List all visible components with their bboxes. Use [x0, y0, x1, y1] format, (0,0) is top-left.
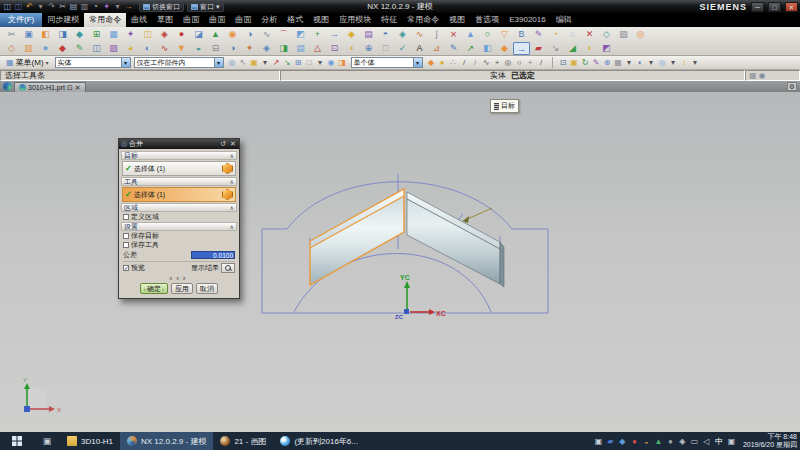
ribbon-tab-特征[interactable]: 特征: [376, 13, 402, 27]
tool-icon[interactable]: ▣: [249, 57, 260, 68]
ribbon-tab-视图[interactable]: 视图: [308, 13, 334, 27]
tool-icon[interactable]: /: [459, 57, 470, 68]
tool-icon[interactable]: ▣: [20, 28, 37, 41]
tool-icon[interactable]: ◩: [598, 42, 615, 55]
sketch-wireframe[interactable]: [262, 174, 548, 313]
tool-icon[interactable]: ◈: [156, 28, 173, 41]
tool-icon[interactable]: ▤: [360, 28, 377, 41]
forward-icon[interactable]: →: [124, 0, 133, 13]
tool-icon[interactable]: ◈: [394, 28, 411, 41]
tray-app-icon[interactable]: ◈: [678, 437, 687, 446]
tool-icon[interactable]: ◓: [377, 28, 394, 41]
tool-icon[interactable]: ▾: [315, 57, 326, 68]
tool-icon[interactable]: ▦: [105, 28, 122, 41]
redo-icon[interactable]: ↷: [47, 0, 56, 13]
tool-icon[interactable]: ▽: [496, 28, 513, 41]
tool-icon[interactable]: A: [411, 42, 428, 55]
tool-icon[interactable]: ▾: [690, 57, 701, 68]
tool-icon[interactable]: ◫: [88, 42, 105, 55]
collapse-icon[interactable]: ∧: [230, 223, 234, 230]
task-view-button[interactable]: ▣: [34, 432, 60, 450]
dialog-titlebar[interactable]: ◎ 合并 ↺ ✕: [119, 139, 239, 149]
tool-icon[interactable]: /: [536, 57, 547, 68]
menu-button[interactable]: ▦ 菜单(M) ▾: [3, 57, 52, 68]
ribbon-tab-E3902016[interactable]: E3902016: [504, 13, 550, 27]
tool-icon[interactable]: +: [309, 28, 326, 41]
save-all-icon[interactable]: ◫: [14, 0, 23, 13]
collapse-icon[interactable]: ∧: [230, 152, 234, 159]
tool-icon[interactable]: ◇: [3, 42, 20, 55]
tool-icon[interactable]: ✎: [445, 42, 462, 55]
tool-icon[interactable]: ○: [514, 57, 525, 68]
tool-icon[interactable]: ◨: [275, 42, 292, 55]
tool-icon[interactable]: ✎: [71, 42, 88, 55]
section-target[interactable]: 目标 ∧: [121, 151, 237, 160]
tool-icon[interactable]: ◔: [547, 28, 564, 41]
model-right-plate[interactable]: [407, 192, 504, 287]
tool-icon[interactable]: ✎: [591, 57, 602, 68]
tool-select-row[interactable]: ✓ 选择体 (1): [122, 187, 236, 202]
tool-icon[interactable]: ◆: [496, 42, 513, 55]
model-left-plate-selected[interactable]: [310, 189, 404, 285]
tool-icon[interactable]: ✕: [581, 28, 598, 41]
dialog-reset-icon[interactable]: ↺: [219, 140, 227, 148]
tool-icon[interactable]: ↕: [679, 57, 690, 68]
tool-icon[interactable]: ◫: [139, 28, 156, 41]
tool-icon[interactable]: ⌒: [275, 28, 292, 41]
tool-icon[interactable]: ∿: [258, 28, 275, 41]
ribbon-tab-常用命令[interactable]: 常用命令: [402, 13, 444, 27]
selection-group-combo[interactable]: 单个体 ▾: [351, 57, 423, 68]
ribbon-tab-文件(F)[interactable]: 文件(F): [0, 13, 42, 27]
section-region[interactable]: 区域 ∧: [121, 203, 237, 212]
tool-icon[interactable]: ◆: [54, 42, 71, 55]
tool-icon[interactable]: →: [513, 42, 530, 55]
tool-icon[interactable]: ▾: [668, 57, 679, 68]
tool-icon[interactable]: ●: [173, 28, 190, 41]
undo-icon[interactable]: ↶: [25, 0, 34, 13]
tool-icon[interactable]: ↖: [238, 57, 249, 68]
tool-icon[interactable]: ↗: [271, 57, 282, 68]
chevron-down-icon[interactable]: ▾: [121, 58, 130, 67]
graphics-viewport[interactable]: YC XC ZC Y X 目标: [0, 92, 800, 432]
dialog-close-icon[interactable]: ✕: [229, 140, 237, 148]
tool-icon[interactable]: ▧: [615, 28, 632, 41]
tool-icon[interactable]: +: [525, 57, 536, 68]
ribbon-tab-格式[interactable]: 格式: [282, 13, 308, 27]
taskbar-item[interactable]: (更新到2016年6...: [273, 432, 365, 450]
ime-indicator[interactable]: 中: [714, 436, 724, 447]
taskbar-item[interactable]: NX 12.0.2.9 - 建模: [120, 432, 213, 450]
section-settings[interactable]: 设置 ∧: [121, 222, 237, 231]
tool-icon[interactable]: ▾: [624, 57, 635, 68]
cut-icon[interactable]: ✂: [58, 0, 67, 13]
tool-icon[interactable]: △: [309, 42, 326, 55]
tool-icon[interactable]: ⊟: [207, 42, 224, 55]
tool-icon[interactable]: ◇: [598, 28, 615, 41]
tool-icon[interactable]: ∿: [481, 57, 492, 68]
tool-icon[interactable]: ▰: [530, 42, 547, 55]
tool-icon[interactable]: ↘: [547, 42, 564, 55]
tool-icon[interactable]: ◆: [343, 28, 360, 41]
tool-icon[interactable]: ◢: [564, 42, 581, 55]
tool-icon[interactable]: ◌: [564, 28, 581, 41]
tool-icon[interactable]: ✦: [241, 42, 258, 55]
taskbar-item[interactable]: 21 - 画图: [213, 432, 273, 450]
tool-icon[interactable]: ✂: [3, 28, 20, 41]
tool-icon[interactable]: ○: [479, 28, 496, 41]
tool-icon[interactable]: ▣: [569, 57, 580, 68]
tool-icon[interactable]: ◈: [258, 42, 275, 55]
ok-button[interactable]: ‹ 确定 ›: [140, 283, 168, 294]
tool-icon[interactable]: □: [304, 57, 315, 68]
tolerance-input[interactable]: 0.0100: [191, 251, 235, 259]
tool-icon[interactable]: ▦: [749, 71, 757, 80]
tool-icon[interactable]: →: [326, 28, 343, 41]
ribbon-tab-视图[interactable]: 视图: [444, 13, 470, 27]
selection-scope-combo[interactable]: 仅在工作部件内 ▾: [134, 57, 224, 68]
close-button[interactable]: ✕: [785, 2, 798, 12]
tool-icon[interactable]: ◪: [190, 28, 207, 41]
tool-icon[interactable]: ◉: [224, 28, 241, 41]
tool-icon[interactable]: ▦: [613, 57, 624, 68]
cancel-button[interactable]: 取消: [196, 283, 218, 294]
collapse-icon[interactable]: ∧: [230, 178, 234, 185]
tool-icon[interactable]: ◐: [635, 57, 646, 68]
tool-icon[interactable]: ◎: [657, 57, 668, 68]
